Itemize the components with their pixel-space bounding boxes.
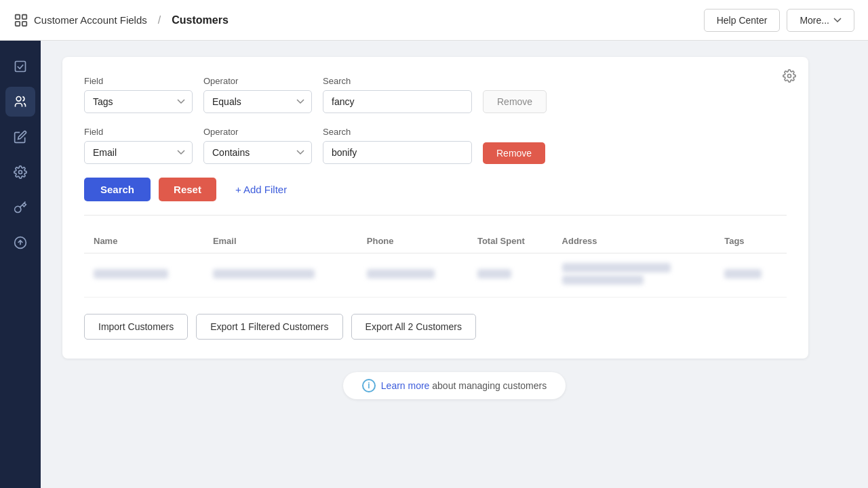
col-total-spent: Total Spent <box>468 229 553 253</box>
cell-total-spent <box>468 253 553 298</box>
blurred-tags <box>724 269 762 279</box>
svg-rect-2 <box>16 21 20 25</box>
svg-point-6 <box>19 171 22 174</box>
operator-label-1: Operator <box>203 76 312 86</box>
import-customers-button[interactable]: Import Customers <box>84 314 188 340</box>
learn-more-text: Learn more about managing customers <box>381 380 547 391</box>
svg-point-8 <box>788 75 791 78</box>
sidebar-item-edit[interactable] <box>5 122 35 152</box>
field-select-2[interactable]: Email Tags Name Phone Address <box>84 141 193 164</box>
blurred-total <box>477 269 511 279</box>
col-email: Email <box>203 229 357 253</box>
cell-address <box>553 253 715 298</box>
learn-more-suffix: about managing customers <box>432 380 547 391</box>
info-icon: i <box>362 379 376 392</box>
customers-table-container: Name Email Phone Total Spent Address Tag… <box>84 229 787 298</box>
add-filter-link[interactable]: + Add Filter <box>224 178 298 201</box>
cell-name <box>84 253 203 298</box>
export-all-button[interactable]: Export All 2 Customers <box>351 314 476 340</box>
main-layout: Field Tags Email Name Phone Address Oper… <box>0 41 868 488</box>
svg-rect-0 <box>16 14 20 18</box>
blurred-address <box>562 263 671 272</box>
sidebar-item-upload[interactable] <box>5 228 35 258</box>
learn-more-pill: i Learn more about managing customers <box>343 372 566 399</box>
help-center-button[interactable]: Help Center <box>704 9 781 32</box>
blurred-email <box>213 269 315 279</box>
search-label-1: Search <box>323 76 472 86</box>
col-phone: Phone <box>357 229 468 253</box>
field-select-1[interactable]: Tags Email Name Phone Address <box>84 90 193 113</box>
filter-search-group-1: Search <box>323 76 472 113</box>
col-name: Name <box>84 229 203 253</box>
customers-table: Name Email Phone Total Spent Address Tag… <box>84 229 787 298</box>
sidebar-item-key[interactable] <box>5 192 35 222</box>
action-row: Search Reset + Add Filter <box>84 178 787 201</box>
search-input-1[interactable] <box>323 90 472 113</box>
cell-email <box>203 253 357 298</box>
sidebar-item-settings[interactable] <box>5 157 35 187</box>
gear-button[interactable] <box>783 69 796 85</box>
filter-row-2: Field Email Tags Name Phone Address Oper… <box>84 127 787 164</box>
svg-point-5 <box>16 97 21 102</box>
sidebar-item-customers[interactable] <box>5 87 35 117</box>
col-tags: Tags <box>715 229 787 253</box>
operator-select-2[interactable]: Contains Equals Starts with Ends with Do… <box>203 141 312 164</box>
filter-search-group-2: Search <box>323 127 472 164</box>
field-label-1: Field <box>84 76 193 86</box>
learn-more-link[interactable]: Learn more <box>381 380 430 391</box>
svg-rect-4 <box>16 62 26 72</box>
field-label-2: Field <box>84 127 193 137</box>
export-filtered-button[interactable]: Export 1 Filtered Customers <box>196 314 342 340</box>
chevron-down-icon <box>833 18 842 23</box>
app-logo: Customer Account Fields <box>14 13 147 28</box>
header-actions: Help Center More... <box>704 9 854 32</box>
filter-row-1: Field Tags Email Name Phone Address Oper… <box>84 76 787 113</box>
search-button[interactable]: Search <box>84 178 151 201</box>
app-name: Customer Account Fields <box>34 14 147 26</box>
main-card: Field Tags Email Name Phone Address Oper… <box>62 57 808 359</box>
breadcrumb-current: Customers <box>172 14 229 26</box>
blurred-name <box>94 269 168 279</box>
operator-select-1[interactable]: Equals Contains Starts with Ends with Do… <box>203 90 312 113</box>
remove-button-1[interactable]: Remove <box>483 90 547 113</box>
header: Customer Account Fields / Customers Help… <box>0 0 868 41</box>
filter-field-group-2: Field Email Tags Name Phone Address <box>84 127 193 164</box>
more-button[interactable]: More... <box>787 9 854 32</box>
logo-icon <box>14 13 28 28</box>
search-input-2[interactable] <box>323 141 472 164</box>
blurred-phone <box>367 269 435 279</box>
filter-operator-group-1: Operator Equals Contains Starts with End… <box>203 76 312 113</box>
sidebar-item-checklist[interactable] <box>5 52 35 81</box>
table-divider <box>84 215 787 216</box>
breadcrumb-sep: / <box>158 14 161 26</box>
svg-rect-3 <box>22 21 26 25</box>
col-address: Address <box>553 229 715 253</box>
reset-button[interactable]: Reset <box>159 178 216 201</box>
remove-button-2[interactable]: Remove <box>483 142 545 164</box>
svg-rect-1 <box>22 14 26 18</box>
search-label-2: Search <box>323 127 472 137</box>
cell-tags <box>715 253 787 298</box>
filter-operator-group-2: Operator Contains Equals Starts with End… <box>203 127 312 164</box>
filter-field-group-1: Field Tags Email Name Phone Address <box>84 76 193 113</box>
blurred-address2 <box>562 275 644 285</box>
operator-label-2: Operator <box>203 127 312 137</box>
content-area: Field Tags Email Name Phone Address Oper… <box>41 41 868 488</box>
learn-more-bar: i Learn more about managing customers <box>62 372 846 399</box>
cell-phone <box>357 253 468 298</box>
bottom-actions: Import Customers Export 1 Filtered Custo… <box>84 314 787 340</box>
table-row <box>84 253 787 298</box>
sidebar <box>0 41 41 488</box>
